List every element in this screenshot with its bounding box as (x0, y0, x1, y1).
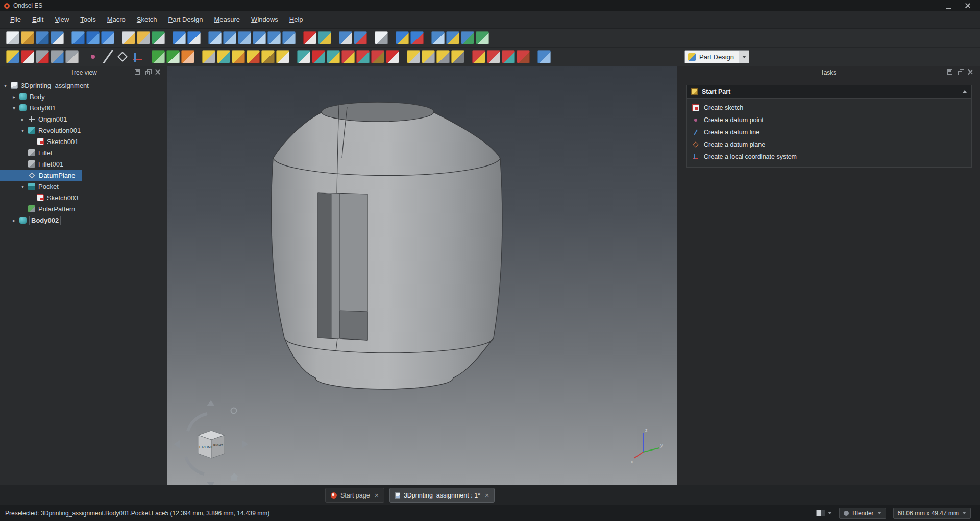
dock-float-icon[interactable] (958, 71, 962, 75)
expand-arrow-icon[interactable]: ▸ (13, 218, 19, 223)
draft-icon[interactable] (502, 50, 515, 63)
navcube-front-label[interactable]: FRONT (199, 445, 213, 449)
create-body-icon[interactable] (6, 50, 19, 63)
view-top-icon[interactable] (238, 31, 251, 44)
tree-item-body[interactable]: ▸ Body (0, 91, 61, 102)
expand-arrow-icon[interactable]: ▸ (21, 116, 28, 122)
tree-item-fillet001[interactable]: Fillet001 (0, 158, 69, 170)
collapse-chevron-icon[interactable] (963, 90, 967, 93)
multitransform-icon[interactable] (451, 50, 464, 63)
validate-sketch-icon[interactable] (65, 50, 79, 63)
view-isometric-icon[interactable] (208, 31, 222, 44)
datum-line-icon[interactable] (101, 50, 114, 63)
open-folder-icon[interactable] (21, 31, 34, 44)
menu-macro[interactable]: Macro (102, 13, 131, 26)
task-create-datum-line[interactable]: Create a datum line (687, 126, 971, 138)
additive-pipe-icon[interactable] (247, 50, 260, 63)
menu-measure[interactable]: Measure (209, 13, 246, 26)
additive-primitive-icon[interactable] (276, 50, 289, 63)
export-icon[interactable] (51, 31, 64, 44)
view-front-icon[interactable] (223, 31, 236, 44)
groove-icon[interactable] (327, 50, 340, 63)
zoom-in-icon[interactable] (396, 31, 409, 44)
dock-collapse-icon[interactable] (947, 69, 952, 75)
toggle-visibility-icon[interactable] (476, 31, 489, 44)
measure-icon[interactable] (339, 31, 352, 44)
datum-point-icon[interactable] (86, 50, 100, 63)
tree-item-origin001[interactable]: ▸ Origin001 (0, 113, 73, 125)
new-document-icon[interactable] (6, 31, 19, 44)
view-rear-icon[interactable] (267, 31, 281, 44)
create-sketch-icon[interactable] (21, 50, 34, 63)
view-right-icon[interactable] (253, 31, 266, 44)
expand-arrow-icon[interactable]: ▾ (21, 184, 28, 190)
revolution-icon[interactable] (217, 50, 230, 63)
view-bottom-icon[interactable] (282, 31, 296, 44)
expand-arrow-icon[interactable]: ▸ (13, 94, 19, 100)
refresh-icon[interactable] (101, 31, 114, 44)
expand-arrow-icon[interactable]: ▾ (21, 128, 28, 133)
dock-close-icon[interactable] (968, 69, 973, 75)
draw-style-icon[interactable] (431, 31, 445, 44)
minimize-button[interactable] (926, 3, 932, 9)
fit-all-icon[interactable] (173, 31, 186, 44)
tab-start-page[interactable]: Start page × (325, 488, 384, 503)
navigation-cube[interactable]: FRONT RIGHT (173, 399, 249, 485)
pad-icon[interactable] (202, 50, 215, 63)
tab-close-button[interactable]: × (485, 492, 489, 499)
tree-item-3dprinting-assignment[interactable]: ▾ 3Dprinting_assignment (0, 80, 95, 91)
mirrored-icon[interactable] (407, 50, 420, 63)
clone-icon[interactable] (166, 50, 180, 63)
menu-sketch[interactable]: Sketch (132, 13, 162, 26)
subtractive-helix-icon[interactable] (371, 50, 384, 63)
tree-item-pocket[interactable]: ▾ Pocket (0, 181, 65, 192)
chamfer-icon[interactable] (487, 50, 500, 63)
tab-3dprinting-assignment[interactable]: 3Dprinting_assignment : 1* × (389, 488, 495, 503)
tree-item-datumplane[interactable]: DatumPlane (0, 170, 82, 181)
additive-loft-icon[interactable] (232, 50, 245, 63)
menu-view[interactable]: View (50, 13, 74, 26)
menu-file[interactable]: File (5, 13, 26, 26)
tree-item-body002[interactable]: ▸ Body002 (0, 215, 66, 226)
subtractive-pipe-icon[interactable] (356, 50, 370, 63)
zoom-box-icon[interactable] (187, 31, 201, 44)
dock-close-icon[interactable] (155, 69, 160, 75)
tree-item-fillet[interactable]: Fillet (0, 147, 61, 158)
workbench-selector[interactable]: Part Design (684, 50, 749, 63)
zoom-out-icon[interactable] (410, 31, 424, 44)
tree-item-sketch003[interactable]: Sketch003 (0, 192, 84, 203)
polar-pattern-icon[interactable] (436, 50, 450, 63)
menu-tools[interactable]: Tools (75, 13, 101, 26)
maximize-button[interactable] (945, 3, 951, 9)
additive-helix-icon[interactable] (261, 50, 275, 63)
dock-float-icon[interactable] (145, 71, 150, 75)
boolean-operation-icon[interactable] (537, 50, 551, 63)
tree-item-revolution001[interactable]: ▾ Revolution001 (0, 125, 87, 136)
appearance-icon[interactable] (446, 31, 459, 44)
task-create-datum-plane[interactable]: Create a datum plane (687, 138, 971, 151)
tree-item-polarpattern[interactable]: PolarPattern (0, 203, 81, 215)
clipping-plane-icon[interactable] (303, 31, 316, 44)
mannequin-icon[interactable] (181, 50, 194, 63)
edit-sketch-icon[interactable] (36, 50, 49, 63)
start-part-header[interactable]: Start Part (687, 85, 971, 99)
3d-viewport[interactable]: FRONT RIGHT z y x (167, 66, 677, 485)
measure-clear-icon[interactable] (354, 31, 367, 44)
save-icon[interactable] (36, 31, 49, 44)
menu-edit[interactable]: Edit (27, 13, 48, 26)
datum-plane-icon[interactable] (116, 50, 129, 63)
expand-arrow-icon[interactable]: ▾ (13, 105, 19, 111)
thickness-icon[interactable] (517, 50, 530, 63)
tree-item-body001[interactable]: ▾ Body001 (0, 102, 62, 113)
menu-part-design[interactable]: Part Design (163, 13, 208, 26)
pocket-icon[interactable] (297, 50, 310, 63)
fillet-icon[interactable] (472, 50, 485, 63)
copy-icon[interactable] (137, 31, 150, 44)
task-create-sketch[interactable]: Create sketch (687, 102, 971, 114)
nav-style-selector[interactable]: Blender (839, 508, 886, 519)
map-sketch-icon[interactable] (51, 50, 64, 63)
paste-icon[interactable] (152, 31, 165, 44)
expand-arrow-icon[interactable]: ▾ (4, 83, 11, 88)
linear-pattern-icon[interactable] (422, 50, 435, 63)
undo-icon[interactable] (71, 31, 85, 44)
